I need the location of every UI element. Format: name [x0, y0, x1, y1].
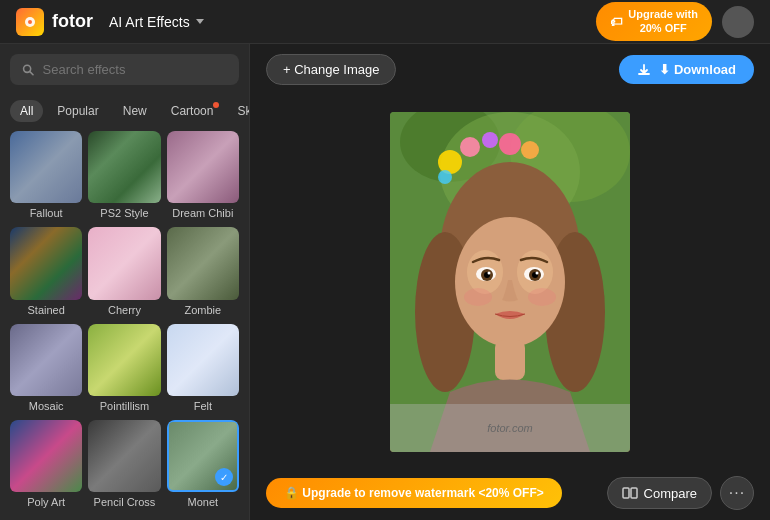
download-icon [637, 63, 651, 77]
effect-item-mosaic[interactable]: Mosaic [10, 324, 82, 414]
effect-thumb-pencil [88, 420, 160, 492]
app-title: AI Art Effects [109, 14, 190, 30]
app-header: fotor AI Art Effects 🏷 Upgrade with 20% … [0, 0, 770, 44]
fotor-logo-icon [16, 8, 44, 36]
main-layout: All Popular New Cartoon Sketch Fallout P… [0, 44, 770, 520]
svg-point-2 [28, 20, 32, 24]
bottom-right-buttons: Compare ··· [607, 476, 754, 510]
canvas-toolbar: + Change Image ⬇ Download [250, 44, 770, 95]
effect-thumb-felt [167, 324, 239, 396]
effect-label-dream: Dream Chibi [167, 203, 239, 221]
effect-item-fallout[interactable]: Fallout [10, 131, 82, 221]
effect-thumb-polyart [10, 420, 82, 492]
effect-label-cherry: Cherry Blossoms [88, 300, 160, 318]
compare-label: Compare [644, 486, 697, 501]
effect-label-ps2: PS2 Style [88, 203, 160, 221]
effect-label-polyart: Poly Art [10, 492, 82, 510]
svg-point-11 [482, 132, 498, 148]
effect-label-mosaic: Mosaic [10, 396, 82, 414]
effect-item-stained[interactable]: Stained Glass [10, 227, 82, 317]
effect-thumb-cherry [88, 227, 160, 299]
canvas-bottom: 🔒 Upgrade to remove watermark <20% OFF> … [250, 468, 770, 520]
svg-rect-33 [631, 488, 637, 498]
svg-point-9 [438, 150, 462, 174]
sidebar: All Popular New Cartoon Sketch Fallout P… [0, 44, 250, 520]
svg-point-28 [536, 271, 539, 274]
tab-popular[interactable]: Popular [47, 100, 108, 122]
effect-item-monet[interactable]: ✓ Monet [167, 420, 239, 510]
effect-item-pencil[interactable]: Pencil Cross [88, 420, 160, 510]
more-icon: ··· [729, 484, 745, 502]
download-label: ⬇ Download [659, 62, 736, 77]
logo-area: fotor [16, 8, 93, 36]
effect-item-cherry[interactable]: Cherry Blossoms [88, 227, 160, 317]
change-image-button[interactable]: + Change Image [266, 54, 396, 85]
app-title-dropdown[interactable]: AI Art Effects [109, 14, 204, 30]
effect-thumb-ps2 [88, 131, 160, 203]
cartoon-new-dot [213, 102, 219, 108]
svg-point-31 [528, 288, 556, 306]
search-input[interactable] [43, 62, 227, 77]
more-options-button[interactable]: ··· [720, 476, 754, 510]
tab-cartoon[interactable]: Cartoon [161, 100, 224, 122]
effect-item-dream[interactable]: Dream Chibi [167, 131, 239, 221]
effect-item-pointillism[interactable]: Pointillism [88, 324, 160, 414]
compare-icon [622, 485, 638, 501]
canvas-image-area: fotor.com [250, 95, 770, 468]
filter-tabs: All Popular New Cartoon Sketch [0, 95, 249, 131]
svg-point-13 [521, 141, 539, 159]
effect-item-zombie[interactable]: Zombie [167, 227, 239, 317]
change-image-label: + Change Image [283, 62, 379, 77]
effect-label-pencil: Pencil Cross [88, 492, 160, 510]
logo-text: fotor [52, 11, 93, 32]
effect-label-pointillism: Pointillism [88, 396, 160, 414]
effect-label-stained: Stained Glass [10, 300, 82, 318]
svg-rect-32 [623, 488, 629, 498]
svg-point-10 [460, 137, 480, 157]
svg-rect-29 [495, 340, 525, 380]
upgrade-icon: 🏷 [610, 15, 622, 29]
tab-all[interactable]: All [10, 100, 43, 122]
tab-new[interactable]: New [113, 100, 157, 122]
effect-label-zombie: Zombie [167, 300, 239, 318]
compare-button[interactable]: Compare [607, 477, 712, 509]
effect-thumb-pointillism [88, 324, 160, 396]
effect-thumb-monet: ✓ [167, 420, 239, 492]
remove-watermark-button[interactable]: 🔒 Upgrade to remove watermark <20% OFF> [266, 478, 562, 508]
svg-line-4 [30, 71, 33, 74]
svg-point-30 [464, 288, 492, 306]
portrait-image: fotor.com [390, 112, 630, 452]
svg-point-27 [488, 271, 491, 274]
search-icon [22, 63, 35, 77]
download-button[interactable]: ⬇ Download [619, 55, 754, 84]
tab-sketch[interactable]: Sketch [227, 100, 249, 122]
main-image-container: fotor.com [390, 112, 630, 452]
watermark-overlay: fotor.com [390, 404, 630, 452]
effect-thumb-mosaic [10, 324, 82, 396]
effect-item-felt[interactable]: Felt [167, 324, 239, 414]
effect-label-fallout: Fallout [10, 203, 82, 221]
selected-check: ✓ [215, 468, 233, 486]
effect-item-ps2[interactable]: PS2 Style [88, 131, 160, 221]
remove-watermark-label: 🔒 Upgrade to remove watermark <20% OFF> [284, 486, 544, 500]
effect-thumb-dream [167, 131, 239, 203]
effect-label-felt: Felt [167, 396, 239, 414]
effect-item-polyart[interactable]: Poly Art [10, 420, 82, 510]
svg-point-14 [438, 170, 452, 184]
effect-thumb-stained [10, 227, 82, 299]
avatar[interactable] [722, 6, 754, 38]
upgrade-label: Upgrade with 20% OFF [628, 8, 698, 34]
canvas-area: + Change Image ⬇ Download [250, 44, 770, 520]
chevron-down-icon [196, 19, 204, 24]
watermark-text: fotor.com [487, 422, 532, 434]
effect-label-monet: Monet [167, 492, 239, 510]
upgrade-button[interactable]: 🏷 Upgrade with 20% OFF [596, 2, 712, 40]
search-box[interactable] [10, 54, 239, 85]
effects-grid: Fallout PS2 Style Dream Chibi Stained Gl… [0, 131, 249, 520]
effect-thumb-zombie [167, 227, 239, 299]
effect-thumb-fallout [10, 131, 82, 203]
svg-point-12 [499, 133, 521, 155]
